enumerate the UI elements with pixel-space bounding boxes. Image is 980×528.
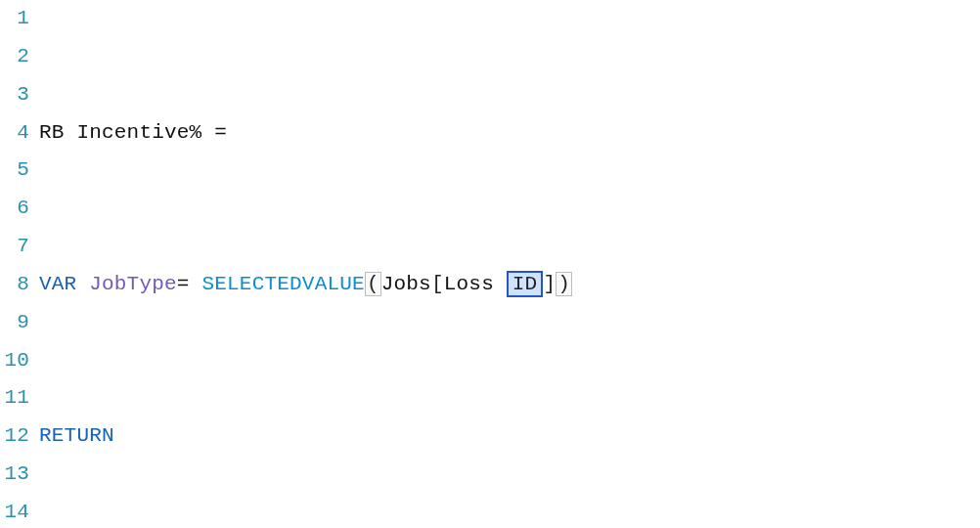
- line-number: 6: [0, 190, 29, 228]
- column-ref: Loss: [444, 273, 494, 295]
- variable-name: JobType: [89, 273, 177, 295]
- keyword-return: RETURN: [39, 424, 114, 447]
- line-number: 4: [0, 114, 29, 153]
- line-number: 2: [0, 38, 29, 76]
- bracket-highlight-open: (: [365, 272, 381, 296]
- text-cursor: [572, 271, 573, 295]
- selected-token[interactable]: ID: [507, 271, 544, 297]
- bracket-highlight-close: ): [556, 272, 572, 296]
- line-number: 13: [0, 456, 29, 494]
- line-number: 5: [0, 152, 29, 190]
- measure-name: RB Incentive%: [39, 121, 214, 144]
- line-number: 3: [0, 76, 29, 114]
- line-number: 14: [0, 494, 29, 528]
- dax-editor[interactable]: 1 2 3 4 5 6 7 8 9 10 11 12 13 14 RB Ince…: [0, 0, 980, 528]
- line-number: 8: [0, 266, 29, 304]
- line-number: 11: [0, 379, 29, 418]
- code-line[interactable]: RB Incentive% =: [39, 114, 980, 153]
- line-number: 10: [0, 342, 29, 380]
- code-area[interactable]: RB Incentive% = VAR JobType= SELECTEDVAL…: [39, 0, 980, 528]
- function-name: SELECTEDVALUE: [201, 273, 364, 295]
- line-number: 7: [0, 228, 29, 266]
- keyword-var: VAR: [39, 273, 76, 295]
- line-number: 12: [0, 418, 29, 456]
- line-number: 9: [0, 304, 29, 342]
- line-number-gutter: 1 2 3 4 5 6 7 8 9 10 11 12 13 14: [0, 0, 39, 528]
- line-number: 1: [0, 0, 29, 38]
- code-line[interactable]: RETURN: [39, 418, 980, 456]
- table-ref: Jobs: [381, 273, 431, 295]
- code-line[interactable]: VAR JobType= SELECTEDVALUE(Jobs[Loss ID]…: [39, 266, 980, 304]
- equals-operator: =: [214, 121, 227, 144]
- assign-operator: =: [177, 273, 202, 295]
